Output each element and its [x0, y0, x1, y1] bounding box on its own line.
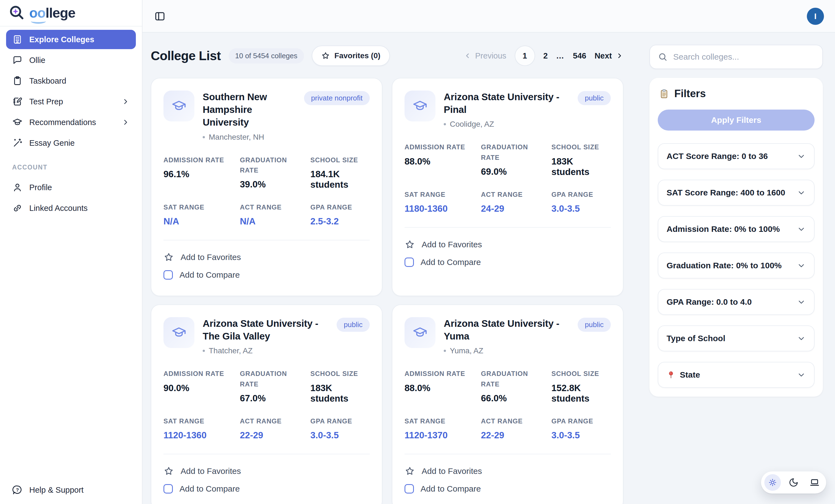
college-location: Coolidge, AZ: [444, 120, 611, 129]
sidebar-item-ollie[interactable]: Ollie: [6, 50, 136, 70]
college-name: Arizona State University - Yuma: [444, 317, 572, 342]
add-to-favorites[interactable]: Add to Favorites: [163, 462, 370, 480]
college-card: Arizona State University - The Gila Vall…: [151, 304, 383, 504]
filter-graduation-rate[interactable]: Graduation Rate: 0% to 100%: [658, 253, 815, 278]
pagination-previous-label: Previous: [475, 51, 506, 60]
sidebar-item-label: Linked Accounts: [29, 204, 87, 213]
gpa-range-label: GPA RANGE: [551, 189, 611, 200]
star-icon: [163, 466, 174, 477]
admission-rate-label: ADMISSION RATE: [163, 369, 230, 379]
sidebar-item-taskboard[interactable]: Taskboard: [6, 71, 136, 90]
pagination-page-last[interactable]: 546: [573, 51, 586, 60]
college-icon-tile: [163, 90, 195, 122]
add-to-compare[interactable]: Add to Compare: [405, 254, 611, 271]
college-stats-row-1: ADMISSION RATE 90.0% GRADUATION RATE 67.…: [163, 369, 370, 403]
add-to-favorites[interactable]: Add to Favorites: [405, 235, 611, 254]
sat-range-label: SAT RANGE: [163, 202, 230, 212]
chevron-right-icon: [122, 118, 130, 126]
add-to-compare[interactable]: Add to Compare: [405, 480, 611, 497]
sidebar-toggle-button[interactable]: [154, 10, 166, 22]
bullet-dot: [444, 123, 446, 125]
add-to-favorites[interactable]: Add to Favorites: [163, 248, 370, 266]
gpa-range-label: GPA RANGE: [310, 202, 370, 212]
act-range-value: 22-29: [481, 430, 542, 441]
school-size-label: SCHOOL SIZE: [551, 369, 611, 379]
graduation-rate-value: 66.0%: [481, 393, 542, 403]
sidebar: oollege Explore Colleges Ollie: [0, 0, 142, 504]
system-theme-button[interactable]: [806, 474, 823, 491]
search-input[interactable]: [673, 52, 815, 62]
apply-filters-button[interactable]: Apply Filters: [658, 110, 815, 130]
sidebar-account-nav: Profile Linked Accounts: [0, 174, 142, 218]
light-theme-button[interactable]: [764, 474, 781, 491]
filters-panel: Filters Apply Filters ACT Score Range: 0…: [649, 45, 823, 397]
divider: [163, 240, 370, 240]
sidebar-item-test-prep[interactable]: Test Prep: [6, 92, 136, 111]
admission-rate-label: ADMISSION RATE: [163, 155, 230, 165]
divider: [405, 454, 611, 454]
graduation-rate-value: 67.0%: [240, 393, 301, 403]
graduation-cap-icon: [412, 325, 428, 340]
filter-type-of-school[interactable]: Type of School: [658, 326, 815, 351]
pagination-next-label: Next: [594, 51, 612, 60]
pagination-previous[interactable]: Previous: [464, 51, 506, 60]
college-card: Arizona State University - Pinal public …: [392, 78, 624, 296]
pagination-ellipsis: …: [556, 51, 565, 60]
gpa-range-value: 3.0-3.5: [551, 204, 611, 214]
compare-checkbox[interactable]: [163, 270, 173, 279]
college-stats-row-2: SAT RANGE 1120-1370 ACT RANGE 22-29 GPA …: [405, 416, 611, 441]
add-to-favorites-label: Add to Favorites: [422, 240, 482, 249]
filter-admission-rate[interactable]: Admission Rate: 0% to 100%: [658, 216, 815, 242]
compare-checkbox[interactable]: [405, 484, 414, 493]
sidebar-item-label: Ollie: [29, 56, 45, 65]
gpa-range-label: GPA RANGE: [551, 416, 611, 426]
bullet-dot: [444, 350, 446, 352]
pagination-next[interactable]: Next: [594, 51, 624, 60]
sidebar-item-essay-genie[interactable]: Essay Genie: [6, 133, 136, 153]
sidebar-item-label: Taskboard: [29, 77, 66, 86]
school-size-label: SCHOOL SIZE: [310, 155, 370, 165]
school-size-value: 183K students: [551, 156, 611, 177]
filter-sat-score-range[interactable]: SAT Score Range: 400 to 1600: [658, 180, 815, 206]
chevron-right-icon: [616, 52, 624, 60]
admission-rate-value: 96.1%: [163, 169, 230, 180]
favorites-button-label: Favorites (0): [334, 51, 381, 60]
sidebar-item-label: Recommendations: [29, 118, 96, 127]
sidebar-item-linked-accounts[interactable]: Linked Accounts: [6, 198, 136, 218]
chevron-down-icon: [797, 297, 806, 307]
sidebar-item-explore-colleges[interactable]: Explore Colleges: [6, 30, 136, 49]
account-section-label: ACCOUNT: [0, 153, 142, 174]
act-range-value: 22-29: [240, 430, 301, 441]
compare-checkbox[interactable]: [163, 484, 173, 493]
filter-state[interactable]: State: [658, 362, 815, 388]
bullet-dot: [203, 136, 205, 138]
filter-gpa-range[interactable]: GPA Range: 0.0 to 4.0: [658, 289, 815, 315]
add-to-favorites-label: Add to Favorites: [181, 466, 241, 476]
college-name: Arizona State University - The Gila Vall…: [203, 317, 331, 342]
add-to-compare[interactable]: Add to Compare: [163, 480, 370, 497]
sidebar-item-recommendations[interactable]: Recommendations: [6, 112, 136, 132]
compare-checkbox[interactable]: [405, 257, 414, 267]
college-location: Thatcher, AZ: [203, 346, 370, 355]
sat-range-value: 1180-1360: [405, 204, 471, 214]
pagination-page[interactable]: 2: [544, 51, 548, 60]
pagination-page-current[interactable]: 1: [515, 45, 535, 66]
college-type-badge: public: [337, 318, 370, 332]
avatar[interactable]: I: [807, 8, 824, 25]
add-to-compare[interactable]: Add to Compare: [163, 266, 370, 284]
admission-rate-value: 88.0%: [405, 383, 471, 393]
favorites-button[interactable]: Favorites (0): [312, 45, 390, 66]
star-icon: [405, 239, 415, 250]
star-icon: [163, 252, 174, 262]
dark-theme-button[interactable]: [785, 474, 802, 491]
filter-act-score-range[interactable]: ACT Score Range: 0 to 36: [658, 143, 815, 169]
graduation-cap-icon: [171, 325, 187, 340]
gpa-range-value: 3.0-3.5: [551, 430, 611, 441]
college-stats-row-2: SAT RANGE N/A ACT RANGE N/A GPA RANGE 2.…: [163, 202, 370, 227]
add-to-favorites[interactable]: Add to Favorites: [405, 462, 611, 480]
star-icon: [405, 466, 415, 477]
sidebar-item-profile[interactable]: Profile: [6, 178, 136, 197]
sidebar-item-help-support[interactable]: ? Help & Support: [6, 480, 136, 500]
sidebar-item-label: Explore Colleges: [29, 35, 94, 44]
graduation-rate-label: GRADUATION RATE: [240, 155, 295, 175]
